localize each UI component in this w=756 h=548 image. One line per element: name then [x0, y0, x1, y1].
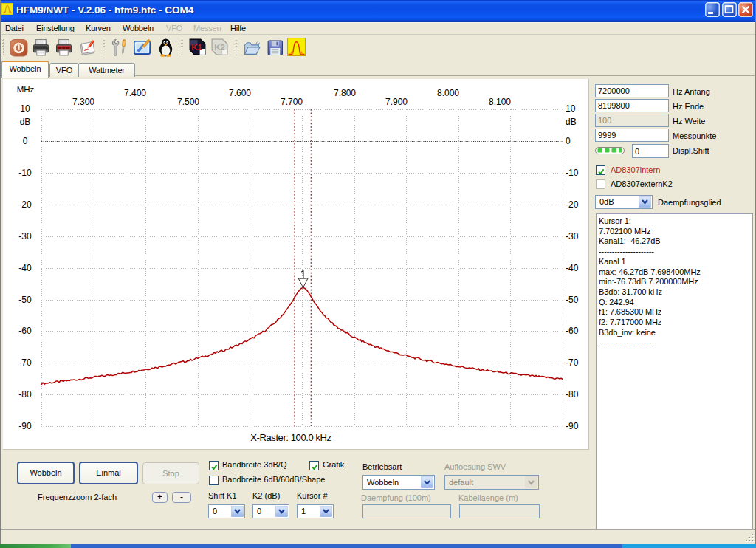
svg-text:K2: K2	[214, 43, 225, 52]
svg-text:K1: K1	[191, 43, 202, 52]
